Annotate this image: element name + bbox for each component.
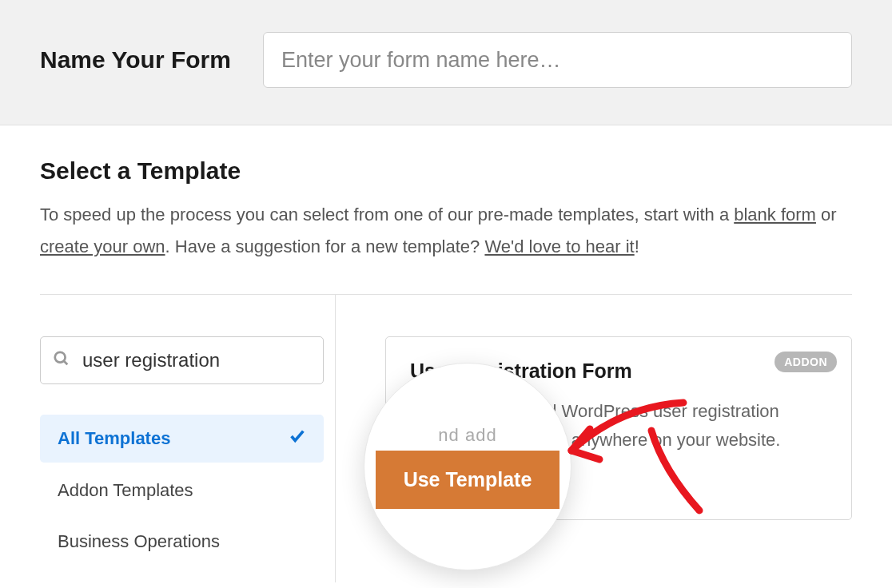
category-all-templates[interactable]: All Templates <box>40 415 324 463</box>
template-description: To speed up the process you can select f… <box>40 199 852 262</box>
template-cards-area: ADDON User Registration Form Create cust… <box>336 295 852 582</box>
template-body: All Templates Addon Templates Business O… <box>40 294 852 582</box>
form-name-header: Name Your Form <box>0 0 892 125</box>
category-label: All Templates <box>58 428 170 449</box>
blank-form-link[interactable]: blank form <box>734 205 816 224</box>
svg-point-0 <box>55 352 66 363</box>
template-section: Select a Template To speed up the proces… <box>0 125 892 582</box>
form-name-input[interactable] <box>263 32 852 88</box>
template-heading: Select a Template <box>40 157 852 185</box>
check-icon <box>289 427 306 450</box>
search-box <box>40 336 324 384</box>
search-icon <box>53 350 70 371</box>
desc-text: ! <box>635 236 639 256</box>
magnifier-faded-text: nd add <box>438 425 496 446</box>
magnifier-overlay: nd add Use Template <box>364 363 571 570</box>
addon-badge: ADDON <box>775 352 837 372</box>
template-sidebar: All Templates Addon Templates Business O… <box>40 295 336 582</box>
desc-text: or <box>816 205 837 224</box>
category-addon-templates[interactable]: Addon Templates <box>40 467 324 514</box>
category-label: Business Operations <box>58 531 220 552</box>
use-template-button[interactable]: Use Template <box>376 451 559 509</box>
form-name-label: Name Your Form <box>40 46 231 74</box>
category-label: Addon Templates <box>58 480 193 501</box>
desc-text: To speed up the process you can select f… <box>40 205 734 224</box>
suggest-link[interactable]: We'd love to hear it <box>484 236 634 256</box>
template-search-input[interactable] <box>40 336 324 384</box>
search-wrap <box>40 336 324 384</box>
desc-text: . Have a suggestion for a new template? <box>165 236 485 256</box>
svg-line-1 <box>64 361 68 365</box>
category-list: All Templates Addon Templates Business O… <box>40 415 335 565</box>
create-own-link[interactable]: create your own <box>40 236 165 256</box>
category-business-operations[interactable]: Business Operations <box>40 518 324 565</box>
